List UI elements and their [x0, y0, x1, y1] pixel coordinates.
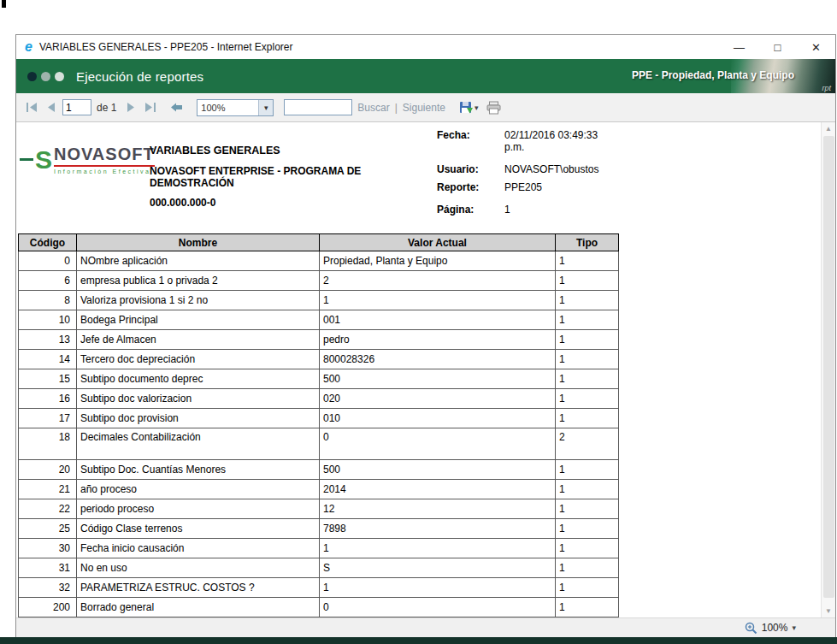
desktop-bottom-strip	[0, 637, 837, 644]
report-page: S NOVASOFT Información Efectiva VARIABLE…	[16, 122, 821, 617]
header-codigo: Código	[19, 234, 77, 251]
decorative-dot-1	[27, 72, 37, 81]
novasoft-logo-mark: S	[35, 148, 52, 172]
meta-value-pagina: 1	[504, 204, 611, 216]
cell-tipo: 1	[556, 460, 619, 480]
cell-nombre: Borrado general	[77, 598, 320, 617]
cell-valor: pedro	[320, 330, 556, 350]
cell-tipo: 1	[556, 519, 619, 539]
header-tipo: Tipo	[556, 234, 619, 251]
table-row: 14 Tercero doc depreciación 800028326 1	[19, 350, 619, 369]
cell-nombre: Fecha inicio causación	[77, 539, 320, 558]
banner-dots	[27, 72, 64, 81]
cell-codigo: 18	[19, 428, 77, 460]
cell-codigo: 8	[19, 291, 77, 310]
report-table-body: 0 NOmbre aplicación Propiedad, Planta y …	[19, 251, 619, 617]
status-zoom-caret-icon: ▾	[792, 623, 796, 632]
cell-nombre: NOmbre aplicación	[77, 251, 320, 271]
meta-value-fecha: 02/11/2016 03:49:33 p.m.	[504, 129, 611, 153]
first-page-icon	[27, 103, 38, 112]
cell-tipo: 1	[556, 499, 619, 519]
table-row: 20 Subtipo Doc. Cuantías Menores 500 1	[19, 460, 619, 480]
print-button[interactable]	[485, 99, 503, 116]
table-row: 0 NOmbre aplicación Propiedad, Planta y …	[19, 251, 619, 271]
status-zoom-control[interactable]: 100% ▾	[745, 622, 796, 635]
next-page-button[interactable]	[125, 101, 138, 114]
maximize-button[interactable]: □	[758, 35, 797, 59]
table-row: 21 año proceso 2014 1	[19, 480, 619, 499]
meta-label-pagina: Página:	[437, 204, 504, 216]
screen-artifact	[2, 0, 6, 8]
cell-tipo: 1	[556, 480, 619, 499]
scroll-down-icon[interactable]: ▼	[822, 605, 835, 617]
cell-codigo: 200	[19, 598, 77, 617]
zoom-select[interactable]: 100% ▾	[197, 99, 274, 116]
export-dropdown-caret-icon: ▾	[474, 103, 479, 112]
cell-tipo: 1	[556, 598, 619, 617]
page-total-label: de 1	[97, 102, 116, 114]
cell-valor: Propiedad, Planta y Equipo	[320, 251, 556, 271]
cell-codigo: 16	[19, 389, 77, 409]
first-page-button[interactable]	[25, 101, 39, 114]
status-zoom-value: 100%	[762, 622, 788, 634]
meta-row-usuario: Usuario: NOVASOFT\obustos	[437, 163, 638, 175]
page-number-input[interactable]	[62, 99, 91, 115]
banner-watermark: rpt	[822, 84, 831, 92]
find-next-link[interactable]: Siguiente	[403, 102, 445, 114]
cell-valor: 12	[320, 499, 556, 519]
report-meta: Fecha: 02/11/2016 03:49:33 p.m. Usuario:…	[437, 129, 638, 222]
cell-valor: 2014	[320, 480, 556, 499]
meta-label-reporte: Reporte:	[437, 181, 504, 193]
table-row: 8 Valoriza provisiona 1 si 2 no 1 1	[19, 291, 619, 310]
cell-tipo: 1	[556, 558, 619, 578]
last-page-button[interactable]	[143, 101, 157, 114]
cell-codigo: 15	[19, 369, 77, 389]
cell-nombre: Bodega Principal	[77, 310, 320, 330]
cell-nombre: Decimales Contabilización	[77, 428, 320, 460]
export-save-icon	[459, 101, 473, 115]
browser-window: e VARIABLES GENERALES - PPE205 - Interne…	[15, 34, 836, 638]
meta-row-pagina: Página: 1	[437, 204, 638, 216]
cell-tipo: 1	[556, 409, 619, 428]
scroll-up-icon[interactable]: ▲	[822, 122, 835, 135]
scrollbar-thumb[interactable]	[823, 136, 834, 598]
cell-codigo: 10	[19, 310, 77, 330]
cell-codigo: 13	[19, 330, 77, 350]
cell-nombre: empresa publica 1 o privada 2	[77, 271, 320, 291]
close-button[interactable]: ✕	[797, 35, 835, 59]
zoom-select-value: 100%	[197, 103, 258, 113]
cell-codigo: 6	[19, 271, 77, 291]
report-company-id: 000.000.000-0	[150, 197, 368, 209]
table-row: 25 Código Clase terrenos 7898 1	[19, 519, 619, 539]
cell-valor: 0	[320, 428, 556, 460]
search-input[interactable]	[284, 99, 352, 115]
cell-tipo: 1	[556, 369, 619, 389]
cell-nombre: Valoriza provisiona 1 si 2 no	[77, 291, 320, 310]
export-button[interactable]: ▾	[457, 99, 480, 116]
find-link[interactable]: Buscar	[357, 102, 389, 114]
table-row: 17 Subtipo doc provision 010 1	[19, 409, 619, 428]
cell-valor: 0	[320, 598, 556, 617]
table-row: 22 periodo proceso 12 1	[19, 499, 619, 519]
back-to-parent-button[interactable]	[169, 101, 185, 114]
minimize-button[interactable]: —	[720, 35, 758, 59]
title-bar: e VARIABLES GENERALES - PPE205 - Interne…	[16, 35, 835, 59]
report-banner: Ejecución de reportes PPE - Propiedad, P…	[16, 59, 835, 93]
cell-tipo: 1	[556, 389, 619, 409]
meta-value-reporte: PPE205	[504, 181, 611, 193]
table-row: 10 Bodega Principal 001 1	[19, 310, 619, 330]
back-arrow-icon	[171, 103, 183, 112]
banner-module-label: PPE - Propiedad, Planta y Equipo	[632, 69, 794, 81]
printer-icon	[486, 101, 501, 115]
status-bar: 100% ▾	[16, 617, 835, 637]
cell-codigo: 22	[19, 499, 77, 519]
previous-page-button[interactable]	[44, 101, 57, 114]
vertical-scrollbar[interactable]: ▲ ▼	[821, 122, 835, 617]
header-nombre: Nombre	[77, 234, 320, 251]
report-subtitle: NOVASOFT ENTERPRISE - PROGRAMA DE DEMOST…	[150, 165, 368, 189]
previous-page-icon	[46, 103, 56, 112]
cell-codigo: 17	[19, 409, 77, 428]
cell-valor: 500	[320, 460, 556, 480]
meta-value-usuario: NOVASOFT\obustos	[504, 163, 611, 175]
cell-codigo: 31	[19, 558, 77, 578]
